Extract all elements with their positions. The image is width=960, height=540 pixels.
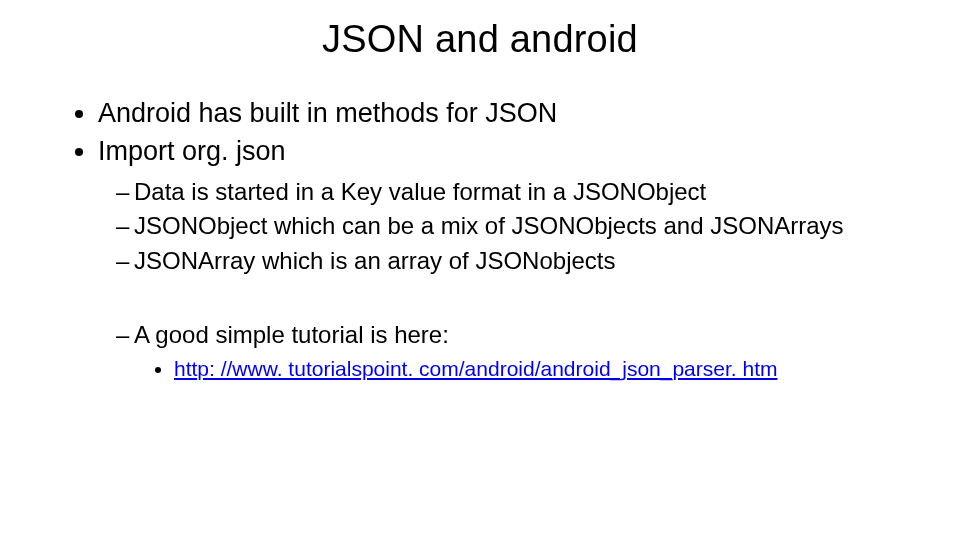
sub-bullet-item: JSONObject which can be a mix of JSONObj… [116, 210, 890, 242]
spacer [116, 279, 890, 317]
bullet-item: Import org. json Data is started in a Ke… [98, 133, 890, 383]
sub-bullet-text: A good simple tutorial is here: [134, 321, 449, 348]
bullet-list-level3: http: //www. tutorialspoint. com/android… [134, 355, 890, 383]
bullet-list-level2: Data is started in a Key value format in… [98, 176, 890, 384]
sub-bullet-item: A good simple tutorial is here: http: //… [116, 319, 890, 384]
slide: JSON and android Android has built in me… [0, 0, 960, 540]
sub-bullet-item: Data is started in a Key value format in… [116, 176, 890, 208]
sub-bullet-item: JSONArray which is an array of JSONobjec… [116, 245, 890, 277]
bullet-text: Import org. json [98, 136, 286, 166]
bullet-list-level1: Android has built in methods for JSON Im… [70, 95, 890, 384]
link-bullet-item: http: //www. tutorialspoint. com/android… [174, 355, 890, 383]
slide-title: JSON and android [70, 18, 890, 61]
tutorial-link[interactable]: http: //www. tutorialspoint. com/android… [174, 357, 777, 380]
bullet-item: Android has built in methods for JSON [98, 95, 890, 131]
